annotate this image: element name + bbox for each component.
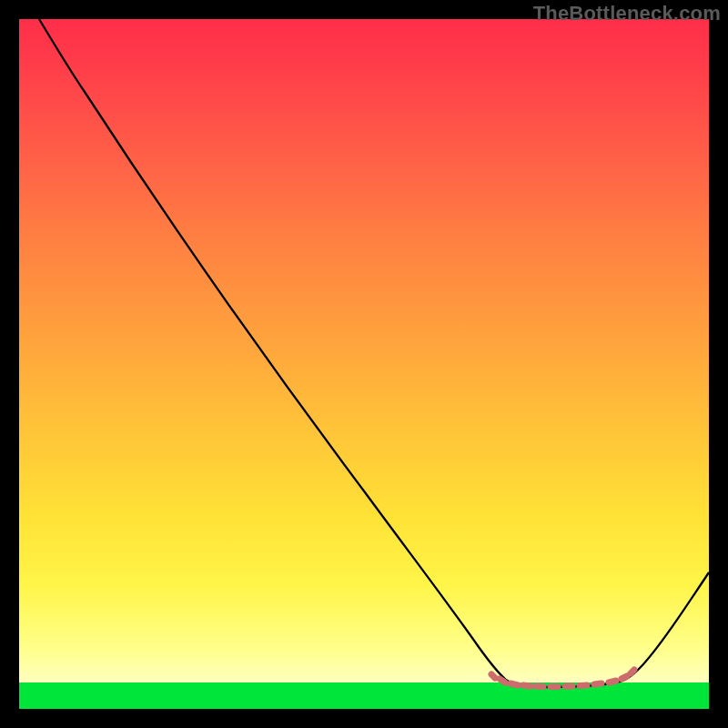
svg-line-1 (500, 679, 505, 682)
svg-line-11 (631, 670, 634, 673)
curve-layer (19, 19, 709, 709)
svg-line-9 (609, 681, 616, 682)
svg-line-4 (536, 686, 543, 687)
trough-markers (491, 670, 634, 687)
attribution-label: TheBottleneck.com (533, 2, 721, 25)
svg-line-3 (523, 685, 531, 686)
svg-line-2 (511, 683, 518, 685)
svg-line-7 (580, 685, 587, 686)
bottleneck-curve (39, 19, 709, 687)
chart-stage: TheBottleneck.com (0, 0, 728, 728)
svg-line-10 (622, 676, 627, 679)
svg-line-8 (594, 683, 602, 684)
svg-line-0 (491, 674, 495, 678)
plot-area (19, 19, 709, 709)
